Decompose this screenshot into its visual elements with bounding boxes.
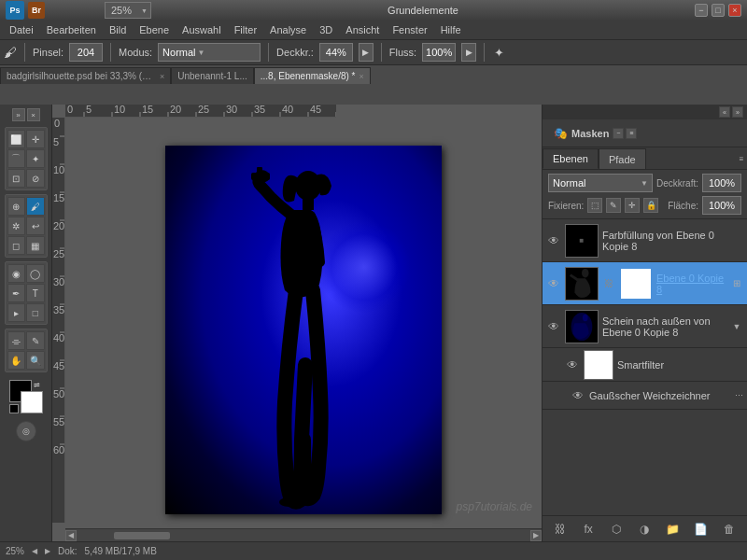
layer-visibility-2[interactable]: 👁 bbox=[546, 276, 561, 291]
menu-3d[interactable]: 3D bbox=[314, 22, 338, 37]
gauss-visibility[interactable]: 👁 bbox=[571, 388, 585, 403]
masks-panel: 🎭 Masken − ≡ bbox=[543, 119, 747, 147]
history-brush-tool[interactable]: ↩ bbox=[26, 217, 45, 235]
menu-ebene[interactable]: Ebene bbox=[134, 22, 175, 37]
toolbar-expand-btn[interactable]: × bbox=[27, 108, 40, 121]
toolbar-collapse-btn[interactable]: » bbox=[12, 108, 25, 121]
move-tool[interactable]: ✛ bbox=[26, 130, 45, 148]
layer-visibility-3[interactable]: 👁 bbox=[546, 319, 561, 334]
deckkr-value[interactable]: 44% bbox=[319, 43, 353, 62]
dodge-tool[interactable]: ◯ bbox=[26, 264, 45, 283]
workspace-selector[interactable]: 25% ▼ bbox=[105, 2, 151, 19]
blur-tool[interactable]: ◉ bbox=[7, 264, 26, 283]
layer-visibility-1[interactable]: 👁 bbox=[546, 233, 561, 248]
add-mask-button[interactable]: ⬡ bbox=[607, 520, 626, 539]
link-layers-button[interactable]: ⛓ bbox=[551, 520, 570, 539]
status-nav-right[interactable]: ▶ bbox=[45, 547, 50, 555]
notes-tool[interactable]: ✎ bbox=[26, 331, 45, 350]
canvas-scroll bbox=[65, 118, 542, 541]
minimize-button[interactable]: − bbox=[695, 4, 708, 17]
menu-bild[interactable]: Bild bbox=[104, 22, 132, 37]
masks-collapse[interactable]: − bbox=[613, 128, 624, 139]
opacity-value[interactable]: 100% bbox=[702, 174, 741, 192]
restore-button[interactable]: □ bbox=[712, 4, 725, 17]
brush-size-input[interactable]: 204 bbox=[69, 43, 103, 62]
h-scroll-track bbox=[77, 532, 530, 539]
delete-layer-button[interactable]: 🗑 bbox=[720, 520, 739, 539]
custom-shape-tool[interactable]: ⌯ bbox=[7, 331, 26, 350]
brush-tool[interactable]: 🖌 bbox=[26, 197, 45, 216]
fix-paint-icon[interactable]: ✎ bbox=[606, 198, 621, 213]
tab-ebenen[interactable]: Ebenen bbox=[543, 148, 599, 169]
magic-wand-tool[interactable]: ✦ bbox=[26, 149, 45, 168]
blend-mode-dropdown[interactable]: Normal ▼ bbox=[548, 174, 653, 192]
hand-tool[interactable]: ✋ bbox=[7, 351, 26, 370]
quick-mask-button[interactable]: ◎ bbox=[16, 421, 36, 441]
tab-ebenenmaske-close[interactable]: × bbox=[359, 72, 364, 81]
svg-text:15: 15 bbox=[142, 105, 153, 115]
lasso-tool[interactable]: ⌒ bbox=[7, 149, 26, 168]
fix-position-icon[interactable]: ✛ bbox=[625, 198, 640, 213]
menu-filter[interactable]: Filter bbox=[229, 22, 262, 37]
tab-badgirl-close[interactable]: × bbox=[160, 72, 164, 81]
tab-pfade[interactable]: Pfade bbox=[599, 148, 646, 169]
layer-row-farbfullung[interactable]: 👁 ■ Farbfüllung von Ebene 0 Kopie 8 bbox=[543, 219, 747, 262]
zoom-tool[interactable]: 🔍 bbox=[26, 351, 45, 370]
eyedropper-tool[interactable]: ⊘ bbox=[26, 169, 45, 188]
close-button[interactable]: × bbox=[728, 4, 741, 17]
menu-auswahl[interactable]: Auswahl bbox=[176, 22, 227, 37]
menu-fenster[interactable]: Fenster bbox=[387, 22, 432, 37]
scroll-left-btn[interactable]: ◀ bbox=[65, 530, 77, 541]
fix-lock-icon[interactable]: 🔒 bbox=[643, 198, 658, 213]
other-row3: ▸ □ bbox=[7, 303, 45, 322]
fix-pixel-icon[interactable]: ⬚ bbox=[587, 198, 602, 213]
scroll-right-btn[interactable]: ▶ bbox=[530, 530, 542, 541]
fluss-arrow[interactable]: ▶ bbox=[461, 43, 476, 62]
background-color[interactable] bbox=[21, 391, 43, 413]
gauss-row[interactable]: 👁 Gaußscher Weichzeichner ⋯ bbox=[543, 382, 747, 410]
new-layer-button[interactable]: 📄 bbox=[692, 520, 711, 539]
crop-tool[interactable]: ⊡ bbox=[7, 169, 26, 188]
menu-datei[interactable]: Datei bbox=[4, 22, 39, 37]
h-scroll-thumb[interactable] bbox=[114, 532, 170, 539]
layer-name-1: Farbfüllung von Ebene 0 Kopie 8 bbox=[602, 230, 743, 252]
fx-button[interactable]: fx bbox=[579, 520, 598, 539]
deckkr-arrow[interactable]: ▶ bbox=[359, 43, 374, 62]
smartfilter-visibility[interactable]: 👁 bbox=[565, 357, 580, 372]
panel-expand-right[interactable]: » bbox=[732, 106, 743, 118]
swap-colors-icon[interactable]: ⇌ bbox=[34, 381, 43, 390]
masks-menu[interactable]: ≡ bbox=[626, 128, 637, 139]
spot-healing-tool[interactable]: ⊕ bbox=[7, 197, 26, 216]
text-tool[interactable]: T bbox=[26, 284, 45, 302]
shape-tool[interactable]: □ bbox=[26, 303, 45, 322]
pen-tool[interactable]: ✒ bbox=[7, 284, 26, 302]
layers-panel-menu[interactable]: ≡ bbox=[736, 148, 747, 169]
menu-bearbeiten[interactable]: Bearbeiten bbox=[41, 22, 102, 37]
workspace-zoom-arrow: ▼ bbox=[141, 7, 148, 14]
status-nav-left[interactable]: ◀ bbox=[32, 547, 37, 555]
default-colors-icon[interactable] bbox=[9, 404, 19, 413]
clone-stamp-tool[interactable]: ✲ bbox=[7, 217, 26, 235]
smartfilter-row[interactable]: 👁 Smartfilter bbox=[543, 348, 747, 382]
path-select-tool[interactable]: ▸ bbox=[7, 303, 26, 322]
layer-row-ebene0kopie8[interactable]: 👁 ⛓ Ebene 0 Kopie 8 ⊞ bbox=[543, 262, 747, 305]
menu-hilfe[interactable]: Hilfe bbox=[435, 22, 467, 37]
panel-collapse-left[interactable]: « bbox=[719, 106, 730, 118]
airbrush-icon[interactable]: ✦ bbox=[492, 46, 506, 60]
menu-ansicht[interactable]: Ansicht bbox=[340, 22, 385, 37]
menu-analyse[interactable]: Analyse bbox=[264, 22, 312, 37]
marquee-tool[interactable]: ⬜ bbox=[7, 130, 26, 148]
gradient-tool[interactable]: ▦ bbox=[26, 236, 45, 255]
adjustment-button[interactable]: ◑ bbox=[635, 520, 654, 539]
fluss-value[interactable]: 100% bbox=[422, 43, 456, 62]
eraser-tool[interactable]: ◻ bbox=[7, 236, 26, 255]
tab-badgirl[interactable]: badgirlsilhouette.psd bei 33,3% (Ebene 0… bbox=[0, 67, 171, 84]
h-scrollbar[interactable]: ◀ ▶ bbox=[65, 528, 542, 541]
layer-row-schein[interactable]: 👁 Schein nach außen von Ebene 0 Kopie 8 … bbox=[543, 305, 747, 348]
status-bar: 25% ◀ ▶ Dok: 5,49 MB/17,9 MB bbox=[0, 541, 747, 560]
tab-unbenannt[interactable]: Unbenannt-1 L... bbox=[171, 67, 254, 84]
fill-value[interactable]: 100% bbox=[702, 196, 741, 215]
new-group-button[interactable]: 📁 bbox=[664, 520, 683, 539]
modus-dropdown[interactable]: Normal ▼ bbox=[158, 43, 261, 62]
tab-ebenenmaske[interactable]: ...8, Ebenenmaske/8) * × bbox=[254, 67, 371, 84]
